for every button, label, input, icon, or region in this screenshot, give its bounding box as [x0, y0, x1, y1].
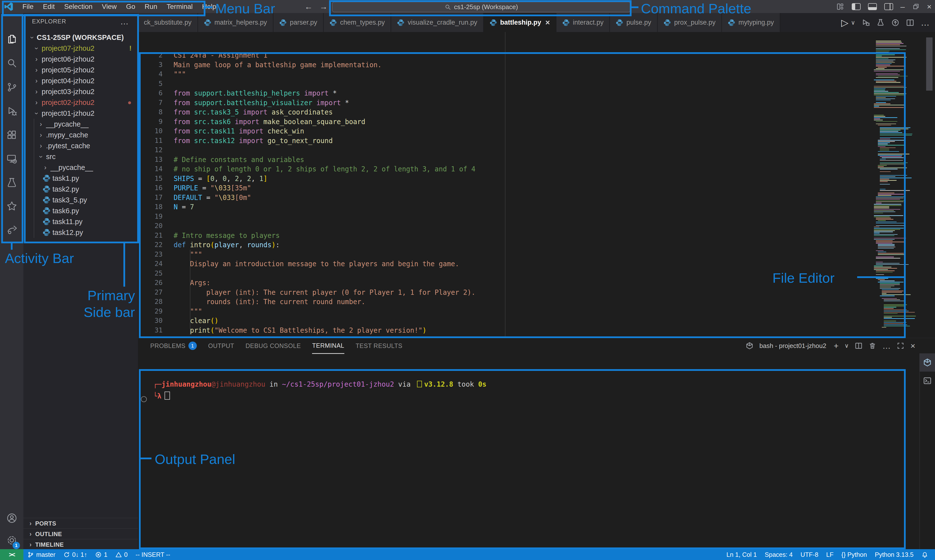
status-warnings[interactable]: 0 [111, 551, 132, 558]
split-editor-icon[interactable] [906, 18, 914, 27]
tab-prox_pulse.py[interactable]: prox_pulse.py [658, 13, 722, 32]
tab-visualize_cradle_run.py[interactable]: visualize_cradle_run.py [391, 13, 483, 32]
activity-run-debug-icon[interactable] [0, 100, 23, 122]
panel-more-icon[interactable]: … [882, 341, 890, 351]
activity-extensions-icon[interactable] [0, 124, 23, 146]
beaker-icon[interactable] [877, 18, 885, 27]
menu-view[interactable]: View [97, 0, 121, 13]
close-panel-icon[interactable]: × [910, 341, 915, 351]
panel-tab-output[interactable]: OUTPUT [208, 338, 234, 353]
menu-selection[interactable]: Selection [59, 0, 97, 13]
menu-edit[interactable]: Edit [38, 0, 59, 13]
terminal-title[interactable]: bash - project01-jzhou2 [760, 342, 826, 350]
terminal-list-bash[interactable] [920, 353, 935, 372]
customize-layout-icon[interactable] [836, 3, 844, 10]
debug-run-icon[interactable] [861, 18, 870, 27]
kill-terminal-icon[interactable] [869, 342, 877, 350]
panel-tab-terminal[interactable]: TERMINAL [312, 338, 344, 354]
tab-battleship.py[interactable]: battleship.py× [484, 13, 557, 32]
activity-explorer-icon[interactable] [0, 28, 23, 51]
sidebar-section-ports[interactable]: ›PORTS [23, 518, 138, 529]
close-window-icon[interactable]: × [927, 3, 932, 10]
tree-item-CS1-25SP (WORKSPACE)[interactable]: ›CS1-25SP (WORKSPACE) [23, 32, 138, 43]
sidebar-section-outline[interactable]: ›OUTLINE [23, 528, 138, 539]
sidebar-section-timeline[interactable]: ›TIMELINE [23, 539, 138, 550]
activity-remote-explorer-icon[interactable] [0, 148, 23, 170]
tree-item-.pytest_cache[interactable]: ›.pytest_cache [23, 140, 138, 151]
editor-scrollbar[interactable] [926, 37, 932, 91]
tree-item-src[interactable]: ›src [23, 151, 138, 162]
tab-interact.py[interactable]: interact.py [557, 13, 610, 32]
tree-item-project06-jzhou2[interactable]: ›project06-jzhou2 [23, 54, 138, 65]
menu-file[interactable]: File [18, 0, 38, 13]
restore-icon[interactable] [912, 3, 920, 10]
tree-item-task6.py[interactable]: task6.py [23, 205, 138, 216]
tab-mytyping.py[interactable]: mytyping.py [722, 13, 780, 32]
tree-item-task11.py[interactable]: task11.py [23, 216, 138, 227]
accounts-icon[interactable] [0, 507, 23, 529]
status-indentation[interactable]: Spaces: 4 [761, 551, 797, 558]
status-encoding[interactable]: UTF-8 [797, 551, 822, 558]
tab-parser.py[interactable]: parser.py [274, 13, 324, 32]
tree-item-task1.py[interactable]: task1.py [23, 173, 138, 184]
status-git-branch[interactable]: master [23, 551, 59, 558]
tab-pulse.py[interactable]: pulse.py [610, 13, 658, 32]
explorer-more-actions-icon[interactable]: … [120, 19, 129, 24]
run-python-file-icon[interactable]: ▷ [841, 17, 848, 28]
tree-item-.mypy_cache[interactable]: ›.mypy_cache [23, 129, 138, 140]
tree-item-task2.py[interactable]: task2.py [23, 184, 138, 195]
toggle-panel-icon[interactable] [868, 3, 877, 10]
menu-help[interactable]: Help [197, 0, 221, 13]
run-dropdown-icon[interactable]: ∨ [851, 19, 855, 26]
panel-tab-test-results[interactable]: TEST RESULTS [356, 338, 403, 353]
more-actions-icon[interactable]: … [921, 17, 930, 28]
tree-item-__pycache__[interactable]: ›__pycache__ [23, 119, 138, 129]
status-vim-mode[interactable]: -- INSERT -- [132, 551, 174, 558]
status-notifications[interactable] [918, 551, 932, 558]
status-python-interpreter[interactable]: Python 3.13.5 [871, 551, 918, 558]
status-eol[interactable]: LF [822, 551, 837, 558]
toggle-primary-sidebar-icon[interactable] [852, 3, 861, 10]
terminal-dropdown-icon[interactable]: ∨ [844, 342, 849, 349]
tree-item-project05-jzhou2[interactable]: ›project05-jzhou2 [23, 65, 138, 75]
publish-icon[interactable] [891, 18, 900, 27]
tree-item-project02-jzhou2[interactable]: ›project02-jzhou2● [23, 97, 138, 108]
panel-tab-debug-console[interactable]: DEBUG CONSOLE [246, 338, 301, 353]
minimap[interactable] [874, 39, 916, 332]
menu-terminal[interactable]: Terminal [162, 0, 197, 13]
activity-live-share-icon[interactable] [0, 218, 23, 241]
status-git-sync[interactable]: 0↓ 1↑ [59, 551, 91, 558]
tree-item-__pycache__[interactable]: ›__pycache__ [23, 162, 138, 173]
back-arrow-icon[interactable]: ← [304, 2, 312, 11]
terminal-list-shell-icon[interactable] [920, 372, 935, 390]
activity-testing-icon[interactable] [0, 171, 23, 194]
close-tab-icon[interactable]: × [545, 18, 550, 27]
tree-item-project01-jzhou2[interactable]: ›project01-jzhou2 [23, 108, 138, 119]
tab-ck_substitute.py[interactable]: ck_substitute.py [138, 13, 198, 32]
activity-source-control-icon[interactable] [0, 76, 23, 98]
tree-item-project07-jzhou2[interactable]: ›project07-jzhou2! [23, 43, 138, 54]
settings-gear-icon[interactable]: 1 [0, 529, 23, 552]
tab-chem_types.py[interactable]: chem_types.py [324, 13, 391, 32]
activity-favorites-icon[interactable] [0, 195, 23, 217]
tree-item-task3_5.py[interactable]: task3_5.py [23, 195, 138, 205]
toggle-secondary-sidebar-icon[interactable] [884, 3, 893, 10]
split-terminal-ic[interactable] [855, 342, 863, 350]
new-terminal-icon[interactable]: + [834, 341, 839, 351]
status-errors[interactable]: 1 [91, 551, 111, 558]
code-editor[interactable]: 2CS1 24fa - Assignment 13Main game loop … [138, 32, 935, 338]
tree-item-project04-jzhou2[interactable]: ›project04-jzhou2 [23, 75, 138, 86]
tab-matrix_helpers.py[interactable]: matrix_helpers.py [198, 13, 274, 32]
menu-run[interactable]: Run [140, 0, 162, 13]
activity-search-icon[interactable] [0, 52, 23, 75]
panel-tab-problems[interactable]: PROBLEMS1 [150, 338, 197, 353]
minimize-icon[interactable]: – [901, 3, 905, 10]
terminal-output[interactable]: ┌─jinhuangzhou@jinhuangzhou in ~/cs1-25s… [138, 353, 920, 549]
forward-arrow-icon[interactable]: → [320, 2, 328, 11]
remote-indicator[interactable]: >< [0, 549, 23, 560]
status-language-mode[interactable]: {} Python [837, 551, 871, 558]
maximize-panel-icon[interactable] [897, 342, 904, 350]
menu-go[interactable]: Go [121, 0, 140, 13]
tree-item-project03-jzhou2[interactable]: ›project03-jzhou2 [23, 86, 138, 97]
status-cursor-position[interactable]: Ln 1, Col 1 [723, 551, 761, 558]
